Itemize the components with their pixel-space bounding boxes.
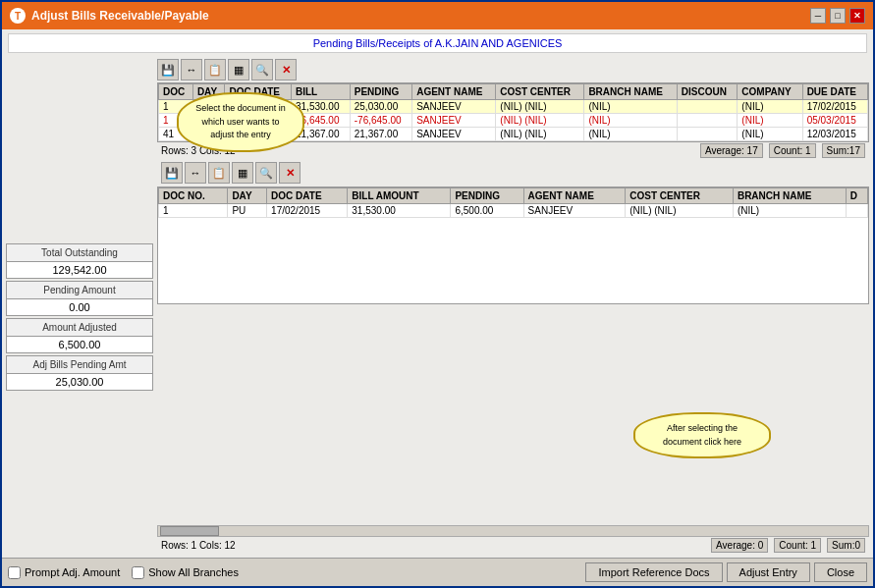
find-icon[interactable]: 🔍 (251, 59, 273, 80)
prompt-adj-checkbox[interactable] (8, 566, 21, 579)
adjust-entry-button[interactable]: Adjust Entry (727, 562, 810, 582)
maximize-btn[interactable]: □ (830, 8, 846, 24)
delete-icon[interactable]: ✕ (275, 59, 297, 80)
lcol-doc-no: DOC NO. (159, 188, 228, 204)
prompt-adj-label[interactable]: Prompt Adj. Amount (8, 566, 120, 579)
col-pending: PENDING (350, 84, 411, 100)
import-ref-docs-button[interactable]: Import Reference Docs (585, 562, 722, 582)
arrows-icon[interactable]: ↔ (181, 59, 202, 80)
col-doc: DOC (159, 84, 193, 100)
lcol-pending: PENDING (451, 188, 523, 204)
minimize-btn[interactable]: ─ (810, 8, 826, 24)
window-title: Adjust Bills Receivable/Payable (31, 9, 209, 23)
lcol-branch: BRANCH NAME (733, 188, 846, 204)
lower-arrows-icon[interactable]: ↔ (185, 162, 206, 184)
lower-grid[interactable]: DOC NO. DAY DOC DATE BILL AMOUNT PENDING… (157, 187, 869, 304)
col-company: COMPANY (738, 84, 802, 100)
close-button[interactable]: Close (814, 562, 867, 582)
subtitle-text: Pending Bills/Receipts of A.K.JAIN AND A… (313, 37, 563, 49)
lower-rows-cols: Rows: 1 Cols: 12 (161, 540, 236, 551)
show-all-branches-label[interactable]: Show All Branches (132, 566, 239, 579)
lower-table: DOC NO. DAY DOC DATE BILL AMOUNT PENDING… (158, 187, 868, 218)
lower-grid-icon[interactable]: ▦ (232, 162, 253, 184)
lower-sum: Sum:0 (827, 538, 865, 553)
lcol-day: DAY (228, 188, 267, 204)
amount-adjusted-label: Amount Adjusted (6, 318, 153, 337)
hscroll-thumb[interactable] (160, 526, 219, 536)
lower-hscroll[interactable] (157, 525, 869, 537)
lower-stats: Average: 0 Count: 1 Sum:0 (711, 538, 865, 553)
close-btn[interactable]: ✕ (849, 8, 865, 24)
col-due-date: DUE DATE (802, 84, 867, 100)
upper-avg: Average: 17 (700, 143, 763, 158)
lcol-bill-amount: BILL AMOUNT (348, 188, 451, 204)
col-branch: BRANCH NAME (584, 84, 677, 100)
pending-amount-value: 0.00 (6, 299, 153, 316)
subtitle-bar: Pending Bills/Receipts of A.K.JAIN AND A… (8, 33, 867, 53)
lower-count: Count: 1 (774, 538, 821, 553)
total-outstanding-label: Total Outstanding (6, 243, 153, 262)
footer-left: Prompt Adj. Amount Show All Branches (8, 566, 239, 579)
lower-toolbar: 💾 ↔ 📋 ▦ 🔍 ✕ (157, 159, 869, 187)
total-outstanding-value: 129,542.00 (6, 262, 153, 279)
lcol-doc-date: DOC DATE (267, 188, 348, 204)
lower-table-row[interactable]: 1 PU 17/02/2015 31,530.00 6,500.00 SANJE… (159, 204, 868, 218)
adj-bills-label: Adj Bills Pending Amt (6, 355, 153, 374)
upper-count: Count: 1 (769, 143, 816, 158)
lcol-d: D (846, 188, 867, 204)
lower-status-bar: Rows: 1 Cols: 12 Average: 0 Count: 1 Sum… (157, 537, 869, 554)
title-bar: T Adjust Bills Receivable/Payable ─ □ ✕ (2, 2, 873, 29)
footer-right: Import Reference Docs Adjust Entry Close (585, 562, 867, 582)
lower-copy-icon[interactable]: 📋 (208, 162, 230, 184)
col-agent: AGENT NAME (412, 84, 496, 100)
lcol-agent: AGENT NAME (523, 188, 626, 204)
lower-delete-icon[interactable]: ✕ (279, 162, 301, 184)
callout-upper: Select the document in which user wants … (177, 92, 304, 152)
pending-amount-label: Pending Amount (6, 281, 153, 299)
lower-save-icon[interactable]: 💾 (161, 162, 183, 184)
upper-toolbar: 💾 ↔ 📋 ▦ 🔍 ✕ (157, 57, 869, 82)
amount-adjusted-value: 6,500.00 (6, 337, 153, 353)
footer: Prompt Adj. Amount Show All Branches Imp… (2, 558, 873, 586)
main-content: Total Outstanding 129,542.00 Pending Amo… (2, 57, 873, 558)
upper-stats: Average: 17 Count: 1 Sum:17 (700, 143, 865, 158)
col-discount: DISCOUN (677, 84, 738, 100)
col-cost-center: COST CENTER (496, 84, 584, 100)
right-panel: 💾 ↔ 📋 ▦ 🔍 ✕ DOC DAY DOC DATE (157, 57, 869, 554)
main-window: T Adjust Bills Receivable/Payable ─ □ ✕ … (0, 0, 875, 588)
lower-find-icon[interactable]: 🔍 (255, 162, 277, 184)
upper-sum: Sum:17 (822, 143, 865, 158)
save-icon[interactable]: 💾 (157, 59, 179, 80)
copy-icon[interactable]: 📋 (204, 59, 226, 80)
title-bar-left: T Adjust Bills Receivable/Payable (10, 8, 209, 24)
grid-icon[interactable]: ▦ (228, 59, 249, 80)
app-icon: T (10, 8, 26, 24)
title-controls: ─ □ ✕ (810, 8, 865, 24)
callout-lower: After selecting the document click here (633, 412, 771, 458)
adj-bills-value: 25,030.00 (6, 374, 153, 391)
lcol-cost-center: COST CENTER (626, 188, 734, 204)
lower-avg: Average: 0 (711, 538, 768, 553)
show-all-branches-checkbox[interactable] (132, 566, 144, 579)
col-bill: BILL (292, 84, 351, 100)
left-panel: Total Outstanding 129,542.00 Pending Amo… (6, 57, 153, 554)
